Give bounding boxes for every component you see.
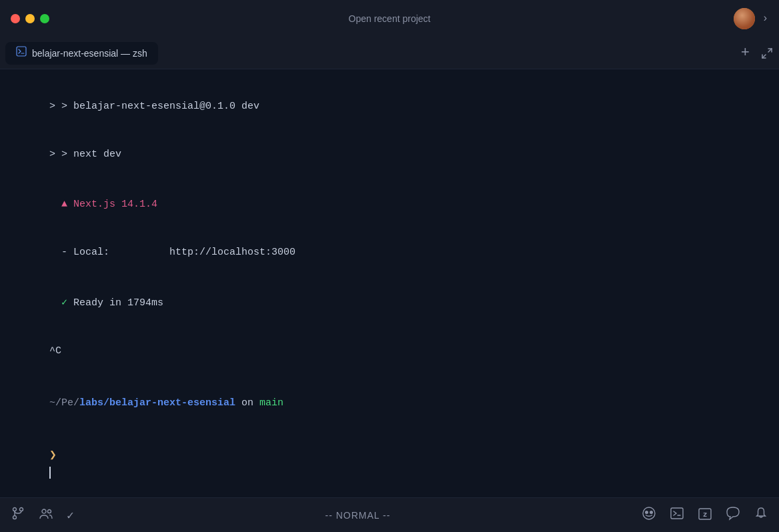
svg-point-9 <box>48 509 51 513</box>
bell-icon[interactable] <box>754 506 768 525</box>
window: Open recent project › belajar-next-esens… <box>0 0 779 532</box>
statusbar: ✓ -- NORMAL -- <box>0 497 779 532</box>
prompt-arrow: ❯ <box>49 449 57 462</box>
feedback-icon[interactable] <box>726 506 740 525</box>
terminal-small-icon[interactable] <box>670 506 684 525</box>
tabbar-actions: + <box>741 45 774 61</box>
statusbar-right: z <box>642 506 768 525</box>
tab-label: belajar-next-esensial — zsh <box>32 48 147 59</box>
avatar[interactable] <box>734 8 755 29</box>
check-icon: ✓ <box>49 297 67 309</box>
local-line: - Local: http://localhost:3000 <box>13 229 766 277</box>
svg-text:z: z <box>703 510 708 519</box>
cmd-line-2: > > next dev <box>13 131 766 179</box>
ready-line: ✓ Ready in 1794ms <box>13 279 766 327</box>
statusbar-center: -- NORMAL -- <box>74 510 642 521</box>
svg-point-5 <box>20 507 23 511</box>
source-control-icon[interactable] <box>11 506 25 525</box>
minimize-button[interactable] <box>25 14 35 23</box>
vim-mode-label: -- NORMAL -- <box>325 510 391 521</box>
svg-point-11 <box>645 511 648 514</box>
terminal-content: > > belajar-next-esensial@0.1.0 dev > > … <box>0 69 779 497</box>
window-title: Open recent project <box>349 13 431 24</box>
prompt-line[interactable]: ❯ <box>13 430 766 497</box>
path-line: ~/Pe/labs/belajar-next-esensial on main <box>13 379 766 427</box>
new-tab-button[interactable]: + <box>741 45 750 61</box>
terminal-tab-icon <box>16 46 27 60</box>
traffic-lights <box>11 14 49 23</box>
check-status-icon[interactable]: ✓ <box>67 508 74 523</box>
titlebar-right: › <box>734 8 768 29</box>
chevron-down-icon[interactable]: › <box>762 13 768 25</box>
nextjs-line: ▲ Next.js 14.1.4 <box>13 181 766 229</box>
statusbar-left: ✓ <box>11 506 74 525</box>
cursor <box>49 467 51 479</box>
tabbar: belajar-next-esensial — zsh + <box>0 37 779 69</box>
titlebar: Open recent project › <box>0 0 779 37</box>
ctrl-c-line: ^C <box>13 327 766 375</box>
maximize-button[interactable] <box>40 14 49 23</box>
copilot-icon[interactable] <box>642 506 656 525</box>
cmd-line-1: > > belajar-next-esensial@0.1.0 dev <box>13 83 766 131</box>
close-button[interactable] <box>11 14 20 23</box>
svg-point-10 <box>643 507 655 519</box>
svg-point-12 <box>650 511 653 514</box>
svg-point-8 <box>42 509 46 513</box>
svg-point-6 <box>13 515 17 519</box>
z-lazy-icon[interactable]: z <box>698 507 712 524</box>
svg-point-4 <box>13 507 17 511</box>
team-icon[interactable] <box>39 506 53 525</box>
expand-button[interactable] <box>760 47 774 60</box>
svg-rect-0 <box>17 47 26 56</box>
terminal-tab[interactable]: belajar-next-esensial — zsh <box>5 42 158 65</box>
